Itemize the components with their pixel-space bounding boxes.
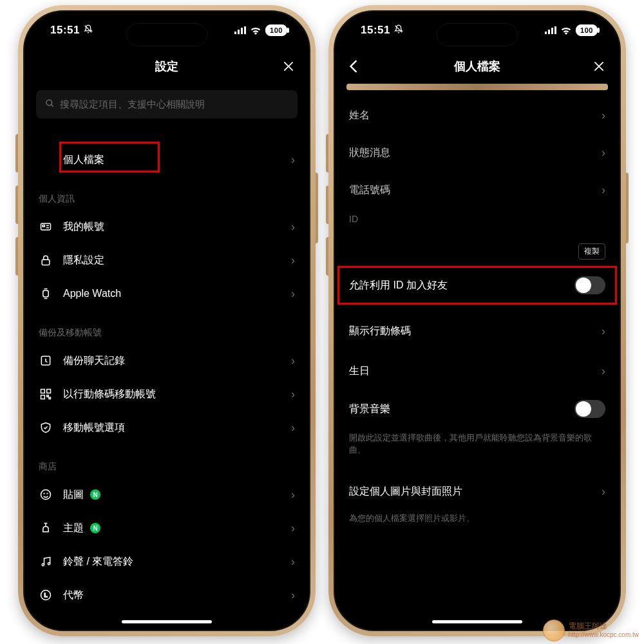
svg-rect-13	[42, 260, 50, 265]
row-label: 隱私設定	[63, 254, 281, 267]
row-label: Apple Watch	[63, 288, 281, 299]
row-label: 備份聊天記錄	[63, 354, 281, 368]
row-label: 生日	[349, 365, 591, 378]
svg-point-23	[41, 490, 51, 500]
chevron-right-icon: ›	[601, 365, 605, 378]
backup-icon	[39, 354, 53, 368]
svg-point-24	[44, 493, 44, 494]
row-show-qr[interactable]: 顯示行動條碼 ›	[335, 311, 620, 351]
svg-rect-20	[41, 395, 45, 399]
row-label: 姓名	[349, 109, 591, 122]
svg-rect-3	[241, 28, 243, 34]
search-icon	[45, 99, 55, 110]
watermark-name: 電腦王阿達	[569, 622, 639, 631]
row-coins[interactable]: L 代幣 ›	[24, 578, 309, 612]
row-qr-migrate[interactable]: 以行動條碼移動帳號 ›	[24, 377, 309, 411]
close-button[interactable]	[592, 49, 605, 84]
chevron-right-icon: ›	[601, 146, 605, 160]
row-apple-watch[interactable]: Apple Watch ›	[24, 277, 309, 310]
section-header-personal: 個人資訊	[24, 176, 309, 210]
banner-strip	[346, 84, 608, 90]
row-label: 以行動條碼移動帳號	[63, 388, 281, 401]
row-label: 設定個人圖片與封面照片	[349, 485, 591, 498]
status-time: 15:51	[50, 24, 80, 37]
lock-icon	[39, 253, 53, 267]
back-button[interactable]	[349, 49, 358, 84]
search-input[interactable]: 搜尋設定項目、支援中心相關說明	[36, 90, 298, 118]
battery-indicator: 100	[265, 24, 287, 36]
row-label: 狀態消息	[349, 146, 591, 160]
row-subtitle: 開啟此設定並選擇歌曲後，其他用戶就能聆聽您設為背景音樂的歌曲。	[349, 432, 605, 457]
chevron-right-icon: ›	[291, 421, 295, 435]
row-name[interactable]: 姓名 ›	[335, 97, 620, 134]
home-indicator[interactable]	[122, 620, 212, 623]
row-allow-id-add[interactable]: 允許利用 ID 加入好友	[335, 266, 620, 305]
row-label: 允許利用 ID 加入好友	[349, 279, 564, 292]
profile-row-label: 個人檔案	[63, 153, 281, 167]
page-title: 設定	[155, 59, 178, 74]
navbar: 個人檔案	[335, 49, 620, 84]
row-label: 代幣	[63, 589, 281, 602]
svg-point-28	[48, 563, 50, 565]
row-phone-number[interactable]: 電話號碼 ›	[335, 171, 620, 209]
dynamic-island	[126, 23, 207, 46]
section-header-backup: 備份及移動帳號	[24, 310, 309, 344]
chevron-right-icon: ›	[291, 153, 295, 167]
svg-rect-2	[238, 30, 240, 34]
row-label: 主題	[63, 522, 84, 535]
bell-off-icon	[394, 24, 403, 37]
row-label: 我的帳號	[63, 220, 281, 234]
row-bgm[interactable]: 背景音樂 開啟此設定並選擇歌曲後，其他用戶就能聆聽您設為背景音樂的歌曲。	[335, 391, 620, 466]
row-birthday[interactable]: 生日 ›	[335, 351, 620, 391]
phone-left: 15:51 100 設定	[18, 5, 316, 636]
chevron-right-icon: ›	[291, 522, 295, 535]
smile-icon	[39, 488, 53, 502]
profile-row[interactable]: 個人檔案 ›	[24, 143, 309, 176]
row-cover-photo[interactable]: 設定個人圖片與封面照片 › 為您的個人檔案選擇照片或影片。	[335, 476, 620, 534]
row-privacy[interactable]: 隱私設定 ›	[24, 243, 309, 277]
dynamic-island	[437, 23, 518, 46]
row-ringtone[interactable]: 鈴聲 / 來電答鈴 ›	[24, 545, 309, 578]
svg-rect-1	[234, 32, 236, 34]
chevron-right-icon: ›	[601, 184, 605, 197]
screen-left: 15:51 100 設定	[23, 10, 310, 631]
watch-icon	[39, 287, 53, 301]
row-label: 顯示行動條碼	[349, 325, 591, 338]
row-status-message[interactable]: 狀態消息 ›	[335, 134, 620, 171]
svg-rect-21	[47, 395, 49, 397]
wifi-icon	[560, 26, 572, 35]
svg-point-25	[47, 493, 48, 494]
coin-icon: L	[39, 588, 53, 602]
bell-off-icon	[84, 24, 93, 37]
close-button[interactable]	[282, 49, 295, 84]
row-label: 電話號碼	[349, 184, 591, 197]
chevron-right-icon: ›	[291, 589, 295, 602]
phone-right: 15:51 100	[328, 5, 626, 636]
svg-rect-34	[551, 28, 553, 34]
copy-id-button[interactable]: 複製	[578, 243, 605, 260]
row-label: 鈴聲 / 來電答鈴	[63, 555, 281, 569]
row-migrate-options[interactable]: 移動帳號選項 ›	[24, 411, 309, 444]
toggle-bgm[interactable]	[574, 400, 605, 418]
theme-icon	[39, 521, 53, 535]
home-indicator[interactable]	[432, 620, 522, 623]
qr-icon	[39, 387, 53, 401]
row-stickers[interactable]: 貼圖 N ›	[24, 478, 309, 511]
row-themes[interactable]: 主題 N ›	[24, 511, 309, 545]
page-title: 個人檔案	[454, 59, 500, 74]
screen-right: 15:51 100	[334, 10, 621, 631]
svg-rect-10	[43, 225, 44, 227]
row-label: 移動帳號選項	[63, 421, 281, 435]
svg-rect-22	[49, 397, 51, 399]
watermark: 電腦王阿達 http://www.kocpc.com.tw	[543, 620, 639, 641]
new-badge: N	[90, 523, 100, 533]
id-block: ID 複製	[335, 209, 620, 266]
watermark-avatar-icon	[543, 620, 565, 641]
toggle-allow-id[interactable]	[574, 276, 605, 294]
navbar: 設定	[24, 49, 309, 84]
watermark-url: http://www.kocpc.com.tw	[569, 631, 639, 639]
svg-line-8	[51, 104, 53, 106]
row-backup-chat[interactable]: 備份聊天記錄 ›	[24, 344, 309, 377]
row-account[interactable]: 我的帳號 ›	[24, 210, 309, 243]
battery-indicator: 100	[576, 24, 598, 36]
